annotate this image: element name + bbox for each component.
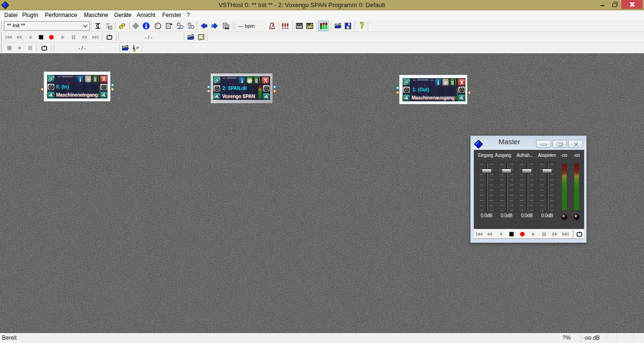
- svg-text:?: ?: [360, 22, 364, 30]
